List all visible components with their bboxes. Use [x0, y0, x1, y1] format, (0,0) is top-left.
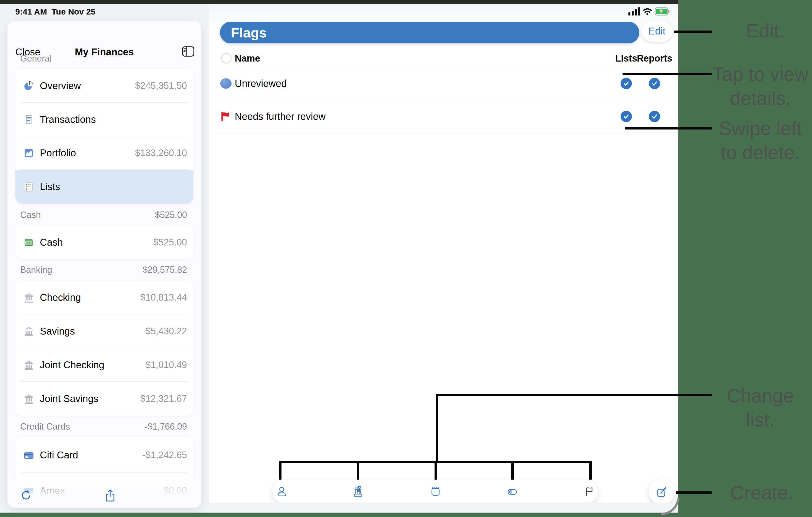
- section-header-general: General: [20, 53, 52, 64]
- callout-line-tap: [622, 73, 712, 75]
- callout-text-line: Change: [704, 384, 812, 408]
- section-total-credit-cards: -$1,766.09: [145, 421, 187, 432]
- section-total-cash: $525.00: [155, 210, 187, 220]
- callout-text-line: Tap to view: [704, 62, 812, 86]
- date-text: Tue Nov 25: [52, 7, 95, 17]
- lists-checkbox[interactable]: [620, 111, 632, 122]
- column-header-reports: Reports: [635, 53, 674, 64]
- sidebar-item-amount: $245,351.50: [135, 81, 187, 91]
- sidebar-item-portfolio[interactable]: Portfolio $133,260.10: [15, 136, 194, 170]
- callout-line-edit: [674, 30, 712, 33]
- checkmark-icon: [651, 113, 658, 120]
- section-card-banking: Checking $10,813.44 Savings $5,430.22: [15, 281, 194, 415]
- sidebar-item-amount: $12,321.67: [140, 393, 187, 404]
- toggle-icon[interactable]: [505, 485, 519, 498]
- callout-tick: [589, 461, 592, 480]
- share-icon[interactable]: [104, 489, 117, 503]
- sidebar-item-citi-card[interactable]: Citi Card -$1,242.65: [15, 437, 194, 473]
- sidebar-item-label: Savings: [40, 326, 145, 337]
- section-header-cash: Cash: [20, 210, 41, 220]
- sidebar-item-checking[interactable]: Checking $10,813.44: [15, 281, 194, 315]
- select-all-radio[interactable]: [221, 53, 232, 63]
- row-name: Needs further review: [235, 111, 325, 122]
- sidebar-item-amount: $5,430.22: [145, 326, 187, 336]
- person-icon[interactable]: [275, 485, 289, 498]
- bank-icon: [23, 393, 35, 405]
- flag-icon[interactable]: [582, 485, 596, 498]
- edit-button[interactable]: Edit: [641, 21, 672, 42]
- receipt-icon: [23, 113, 35, 126]
- list-title-pill[interactable]: Flags: [220, 22, 639, 43]
- sidebar-item-joint-savings[interactable]: Joint Savings $12,321.67: [15, 382, 194, 415]
- lists-checkbox[interactable]: [620, 78, 632, 89]
- section-card-general: Overview $245,351.50 Transactions: [15, 69, 194, 203]
- sidebar-item-joint-checking[interactable]: Joint Checking $1,010.49: [15, 348, 194, 382]
- sidebar-item-label: Portfolio: [40, 147, 135, 159]
- sidebar-item-overview[interactable]: Overview $245,351.50: [15, 69, 194, 103]
- status-icons: [629, 7, 668, 16]
- blue-dot-icon: [220, 78, 232, 89]
- edit-button-label: Edit: [648, 26, 666, 37]
- divider: [209, 133, 678, 133]
- section-card-cash: Cash $525.00: [15, 225, 194, 259]
- callout-tick: [435, 461, 437, 480]
- sidebar-item-cash[interactable]: Cash $525.00: [15, 225, 194, 259]
- section-header-credit-cards: Credit Cards: [20, 421, 70, 432]
- red-flag-icon: [220, 111, 232, 123]
- gesture-arc: [660, 497, 681, 516]
- sidebar-item-amount: $10,813.44: [140, 292, 187, 303]
- cash-register-icon[interactable]: [351, 485, 365, 498]
- section-total-banking: $29,575.82: [143, 265, 187, 275]
- callout-tick: [357, 461, 359, 480]
- accounts-icon[interactable]: [429, 485, 442, 498]
- bank-icon: [23, 292, 35, 304]
- sidebar-item-label: Joint Checking: [40, 359, 145, 371]
- refresh-icon[interactable]: [20, 489, 32, 502]
- sidebar-item-transactions[interactable]: Transactions: [15, 103, 194, 136]
- callout-line-change: [436, 394, 712, 397]
- sidebar-item-amount: $1,010.49: [145, 360, 187, 370]
- sidebar-item-label: Transactions: [40, 114, 187, 125]
- list-title: Flags: [231, 25, 267, 40]
- callout-text-tap: Tap to view details.: [704, 62, 812, 110]
- wifi-icon: [642, 8, 652, 16]
- sidebar-item-amount: $133,260.10: [135, 148, 187, 158]
- checkmark-icon: [623, 113, 630, 120]
- sidebar-item-label: Joint Savings: [40, 393, 140, 404]
- bank-icon: [23, 359, 35, 371]
- list-type-toolbar: [273, 480, 598, 504]
- sidebar-item-amount: -$1,242.65: [142, 450, 187, 460]
- screen-top-edge: [0, 0, 678, 4]
- table-row-unreviewed[interactable]: Unreviewed: [209, 67, 678, 100]
- bank-icon: [23, 325, 35, 337]
- callout-text-line: Swipe left: [704, 116, 812, 140]
- sidebar-item-lists[interactable]: Lists: [15, 170, 194, 203]
- app-screenshot: 9:41 AM Tue Nov 25 Flags Edit Name Lists…: [0, 0, 678, 513]
- sidebar-item-amount: $525.00: [153, 237, 187, 248]
- list-icon: [23, 181, 35, 193]
- pie-chart-icon: [23, 80, 35, 92]
- row-name: Unreviewed: [235, 78, 287, 89]
- cellular-signal-icon: [629, 7, 640, 16]
- reports-checkbox[interactable]: [649, 78, 660, 89]
- callout-text-line: details.: [704, 86, 812, 110]
- sidebar-item-label: Overview: [40, 80, 135, 91]
- section-header-banking: Banking: [20, 265, 52, 275]
- callout-text-change: Change list.: [704, 384, 812, 432]
- reports-checkbox[interactable]: [649, 111, 660, 122]
- callout-tick: [511, 461, 514, 480]
- sidebar-item-label: Citi Card: [40, 450, 142, 461]
- table-row-needs-review[interactable]: Needs further review: [209, 100, 678, 133]
- callout-text-edit: Edit.: [709, 19, 812, 43]
- column-header-name: Name: [235, 53, 260, 64]
- flags-list-panel: Flags Edit Name Lists Reports Unreviewed: [209, 4, 678, 503]
- battery-charging-icon: [655, 7, 668, 16]
- checkmark-icon: [623, 80, 630, 87]
- sidebar-item-label: Checking: [40, 292, 140, 303]
- checkmark-icon: [651, 80, 658, 87]
- callout-text-swipe: Swipe left to delete.: [704, 116, 812, 164]
- chart-square-icon: [23, 147, 35, 159]
- sidebar-toggle-icon[interactable]: [182, 46, 195, 57]
- sidebar-item-label: Lists: [40, 181, 187, 192]
- sidebar-item-savings[interactable]: Savings $5,430.22: [15, 315, 194, 348]
